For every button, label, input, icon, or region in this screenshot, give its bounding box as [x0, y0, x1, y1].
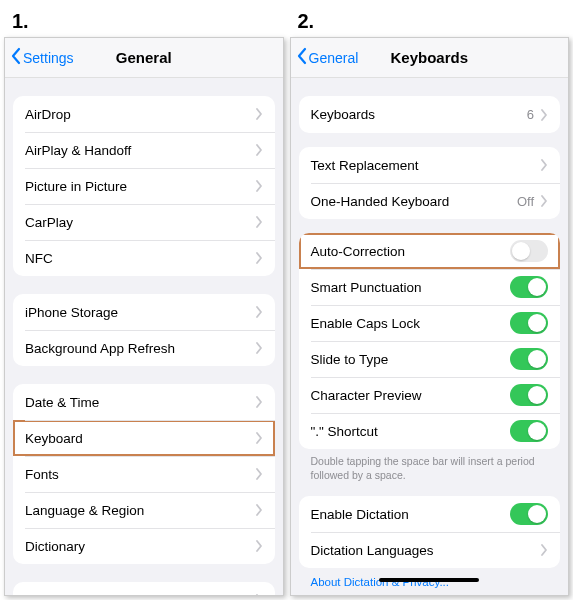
chevron-left-icon [295, 47, 309, 68]
back-button[interactable]: General [291, 47, 359, 68]
row-label: VPN & Device Management [25, 593, 255, 596]
phone-screen-2: General Keyboards Keyboards6 Text Replac… [290, 37, 570, 596]
row-text-replacement[interactable]: Text Replacement [299, 147, 561, 183]
row-enable-dictation[interactable]: Enable Dictation [299, 496, 561, 532]
back-label: General [309, 50, 359, 66]
settings-group: iPhone Storage Background App Refresh [13, 294, 275, 366]
chevron-right-icon [255, 216, 263, 228]
row-label: AirPlay & Handoff [25, 143, 255, 158]
chevron-right-icon [255, 306, 263, 318]
row-label: AirDrop [25, 107, 255, 122]
home-indicator [379, 578, 479, 582]
row-background-refresh[interactable]: Background App Refresh [13, 330, 275, 366]
toggle-switch[interactable] [510, 348, 548, 370]
row-label: Auto-Correction [311, 244, 511, 259]
section-header: ENGLISH AND FRENCH [299, 590, 561, 595]
row-airplay[interactable]: AirPlay & Handoff [13, 132, 275, 168]
row-dictation-languages[interactable]: Dictation Languages [299, 532, 561, 568]
phone-screen-1: Settings General AirDrop AirPlay & Hando… [4, 37, 284, 596]
row-keyboard[interactable]: Keyboard [13, 420, 275, 456]
toggle-switch[interactable] [510, 312, 548, 334]
row-label: Character Preview [311, 388, 511, 403]
toggle-switch[interactable] [510, 384, 548, 406]
chevron-right-icon [255, 504, 263, 516]
toggle-switch[interactable] [510, 420, 548, 442]
row-label: "." Shortcut [311, 424, 511, 439]
back-label: Settings [23, 50, 74, 66]
chevron-right-icon [540, 109, 548, 121]
row-slide-to-type[interactable]: Slide to Type [299, 341, 561, 377]
settings-group: VPN & Device Management [13, 582, 275, 595]
row-label: One-Handed Keyboard [311, 194, 517, 209]
nav-bar: Settings General [5, 38, 283, 78]
chevron-right-icon [540, 159, 548, 171]
row-date-time[interactable]: Date & Time [13, 384, 275, 420]
row-label: Background App Refresh [25, 341, 255, 356]
row-vpn[interactable]: VPN & Device Management [13, 582, 275, 595]
chevron-right-icon [255, 432, 263, 444]
row-period-shortcut[interactable]: "." Shortcut [299, 413, 561, 449]
row-keyboards[interactable]: Keyboards6 [299, 96, 561, 133]
chevron-right-icon [255, 594, 263, 595]
back-button[interactable]: Settings [5, 47, 74, 68]
row-fonts[interactable]: Fonts [13, 456, 275, 492]
toggle-switch[interactable] [510, 240, 548, 262]
row-label: CarPlay [25, 215, 255, 230]
row-label: Date & Time [25, 395, 255, 410]
row-label: iPhone Storage [25, 305, 255, 320]
row-value: Off [517, 194, 534, 209]
row-label: NFC [25, 251, 255, 266]
chevron-right-icon [255, 396, 263, 408]
chevron-right-icon [255, 108, 263, 120]
row-label: Keyboard [25, 431, 255, 446]
footer-text: Double tapping the space bar will insert… [299, 449, 561, 482]
chevron-right-icon [255, 180, 263, 192]
settings-content: AirDrop AirPlay & Handoff Picture in Pic… [5, 78, 283, 595]
row-carplay[interactable]: CarPlay [13, 204, 275, 240]
chevron-right-icon [540, 195, 548, 207]
row-label: Dictionary [25, 539, 255, 554]
row-label: Dictation Languages [311, 543, 541, 558]
settings-group: AirDrop AirPlay & Handoff Picture in Pic… [13, 96, 275, 276]
toggle-switch[interactable] [510, 503, 548, 525]
row-auto-correction[interactable]: Auto-Correction [299, 233, 561, 269]
chevron-right-icon [540, 544, 548, 556]
row-character-preview[interactable]: Character Preview [299, 377, 561, 413]
row-label: Text Replacement [311, 158, 541, 173]
chevron-left-icon [9, 47, 23, 68]
row-label: Enable Caps Lock [311, 316, 511, 331]
nav-bar: General Keyboards [291, 38, 569, 78]
step-2-label: 2. [298, 10, 570, 33]
row-label: Picture in Picture [25, 179, 255, 194]
keyboards-content: Keyboards6 Text Replacement One-Handed K… [291, 78, 569, 595]
chevron-right-icon [255, 144, 263, 156]
row-label: Keyboards [311, 107, 527, 122]
row-nfc[interactable]: NFC [13, 240, 275, 276]
row-label: Fonts [25, 467, 255, 482]
row-iphone-storage[interactable]: iPhone Storage [13, 294, 275, 330]
chevron-right-icon [255, 342, 263, 354]
row-label: Enable Dictation [311, 507, 511, 522]
chevron-right-icon [255, 252, 263, 264]
settings-group: Auto-Correction Smart Punctuation Enable… [299, 233, 561, 449]
row-label: Language & Region [25, 503, 255, 518]
row-caps-lock[interactable]: Enable Caps Lock [299, 305, 561, 341]
settings-group: Text Replacement One-Handed KeyboardOff [299, 147, 561, 219]
row-value: 6 [527, 107, 534, 122]
toggle-switch[interactable] [510, 276, 548, 298]
settings-group: Enable Dictation Dictation Languages [299, 496, 561, 568]
row-label: Smart Punctuation [311, 280, 511, 295]
row-pip[interactable]: Picture in Picture [13, 168, 275, 204]
row-label: Slide to Type [311, 352, 511, 367]
settings-group: Date & Time Keyboard Fonts Language & Re… [13, 384, 275, 564]
row-airdrop[interactable]: AirDrop [13, 96, 275, 132]
row-dictionary[interactable]: Dictionary [13, 528, 275, 564]
chevron-right-icon [255, 540, 263, 552]
chevron-right-icon [255, 468, 263, 480]
settings-group: Keyboards6 [299, 96, 561, 133]
step-1-label: 1. [12, 10, 284, 33]
row-one-handed[interactable]: One-Handed KeyboardOff [299, 183, 561, 219]
row-smart-punctuation[interactable]: Smart Punctuation [299, 269, 561, 305]
row-language-region[interactable]: Language & Region [13, 492, 275, 528]
